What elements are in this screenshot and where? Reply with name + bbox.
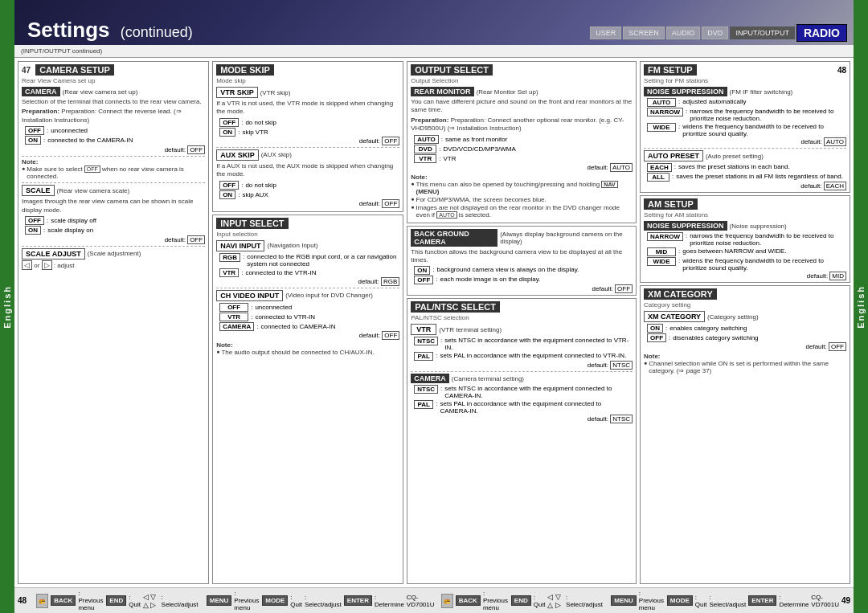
end-desc-right: : Quit bbox=[534, 594, 546, 608]
menu-desc-right: : Previous menu bbox=[639, 590, 665, 611]
left-english-bar: English bbox=[0, 0, 14, 613]
input-select-title: INPUT SELECT bbox=[216, 218, 288, 229]
back-btn-left[interactable]: BACK bbox=[51, 595, 76, 606]
select-desc-left: : Select/adjust bbox=[305, 594, 342, 608]
divider-1 bbox=[22, 156, 205, 157]
am-setup-section: AM SETUP Setting for AM stations NOISE S… bbox=[640, 195, 850, 283]
end-desc-left: : Quit bbox=[129, 594, 141, 608]
enter-desc-right: : Determine bbox=[779, 594, 809, 608]
main-content: 47 CAMERA SETUP Rear View Camera set up … bbox=[14, 58, 854, 587]
bg-camera-section: BACK GROUND CAMERA (Always display backg… bbox=[407, 226, 637, 296]
mode-desc-right: : Quit bbox=[695, 594, 707, 608]
am-setup-title: AM SETUP bbox=[644, 198, 698, 210]
tab-user[interactable]: USER bbox=[590, 27, 621, 39]
navi-input-label: NAVI INPUT bbox=[216, 240, 264, 251]
page-num-48: 48 bbox=[837, 66, 846, 75]
column-2: MODE SKIP Mode skip VTR SKIP (VTR skip) … bbox=[212, 61, 403, 584]
page-num-47: 47 bbox=[22, 66, 31, 75]
arrows-left: ◁ ▽ △ ▷ bbox=[143, 593, 159, 609]
rear-monitor-label: REAR MONITOR bbox=[411, 87, 473, 96]
scale-info: Images through the rear view camera can … bbox=[22, 198, 205, 215]
vtr-terminal-label: VTR bbox=[411, 324, 436, 335]
page-wrapper: English English Settings (continued) USE… bbox=[0, 0, 868, 613]
navi-input-desc: (Navigation Input) bbox=[267, 242, 317, 249]
ch-video-desc: (Video input for DVD Changer) bbox=[285, 292, 373, 299]
left-english-label: English bbox=[2, 285, 12, 329]
end-btn-right[interactable]: END bbox=[511, 595, 531, 606]
sub-header: (INPUT/OUTPUT continued) bbox=[14, 45, 854, 58]
bg-info: This function allows the background came… bbox=[411, 248, 633, 265]
column-1: 47 CAMERA SETUP Rear View Camera set up … bbox=[18, 61, 209, 584]
fm-setup-title: FM SETUP bbox=[644, 64, 697, 76]
menu-btn-right[interactable]: MENU bbox=[611, 595, 637, 606]
device-icon-right: 📻 bbox=[441, 594, 453, 608]
camera-label: CAMERA bbox=[22, 87, 60, 96]
page-num-bottom-right: 49 bbox=[841, 596, 850, 605]
model-left: CQ-VD7001U bbox=[407, 594, 435, 608]
arrows-desc-left: : Select/adjust bbox=[162, 594, 199, 608]
rear-monitor-info: You can have different picture and sound… bbox=[411, 98, 633, 115]
bottom-nav-left: 48 📻 BACK : Previous menu END : Quit ◁ ▽… bbox=[14, 590, 438, 611]
mode-btn-left[interactable]: MODE bbox=[262, 595, 288, 606]
rear-monitor-prep: Preparation: Preparation: Connect anothe… bbox=[411, 116, 633, 133]
model-right: CQ-VD7001U bbox=[811, 594, 839, 608]
bottom-nav-right: 📻 BACK : Previous menu END : Quit ◁ ▽ △ … bbox=[438, 590, 854, 611]
mode-divider bbox=[216, 147, 399, 148]
bg-camera-desc: (Always display background camera on the… bbox=[500, 231, 633, 245]
camera-item-desc: (Rear view camera set up) bbox=[63, 88, 138, 96]
aux-skip-info: If a AUX is not used, the AUX mode is sk… bbox=[216, 162, 399, 179]
camera-item-row: CAMERA (Rear view camera set up) bbox=[22, 87, 205, 96]
column-3: OUTPUT SELECT Output Selection REAR MONI… bbox=[407, 61, 637, 584]
tab-input-output[interactable]: INPUT/OUTPUT bbox=[730, 27, 795, 39]
column-4: FM SETUP 48 Setting for FM stations NOIS… bbox=[640, 61, 850, 584]
bottom-nav: 48 📻 BACK : Previous menu END : Quit ◁ ▽… bbox=[14, 587, 854, 613]
fm-divider bbox=[644, 148, 846, 149]
divider-3 bbox=[22, 246, 205, 247]
back-btn-right[interactable]: BACK bbox=[456, 595, 481, 606]
arrows-desc-right: : Select/adjust bbox=[566, 594, 603, 608]
xm-cat-label: XM CATEGORY bbox=[644, 311, 705, 322]
back-desc-left: : Previous menu bbox=[78, 590, 104, 611]
tab-dvd[interactable]: DVD bbox=[702, 27, 728, 39]
mode-skip-desc: Mode skip bbox=[216, 77, 399, 84]
output-select-title: OUTPUT SELECT bbox=[411, 64, 493, 76]
noise-supp-am-label: NOISE SUPPRESSION bbox=[644, 221, 727, 231]
aux-skip-desc: (AUX skip) bbox=[261, 151, 292, 158]
page-subtitle: (continued) bbox=[121, 24, 193, 40]
camera-setup-title: CAMERA SETUP bbox=[35, 64, 114, 76]
camera-terminal-desc: (Camera terminal setting) bbox=[452, 375, 524, 382]
end-btn-left[interactable]: END bbox=[106, 595, 126, 606]
tab-radio[interactable]: RADIO bbox=[796, 24, 847, 42]
divider-2 bbox=[22, 182, 205, 183]
scale-default: default: OFF bbox=[22, 236, 205, 243]
rear-monitor-desc: (Rear Monitor Set up) bbox=[477, 88, 538, 96]
scale-desc: (Rear view camera scale) bbox=[57, 187, 130, 194]
camera-selection-desc: Selection of the terminal that connects … bbox=[22, 98, 205, 106]
menu-btn-left[interactable]: MENU bbox=[207, 595, 232, 606]
enter-btn-right[interactable]: ENTER bbox=[748, 595, 776, 606]
xm-category-section: XM CATEGORY Category setting XM CATEGORY… bbox=[640, 285, 850, 584]
xm-cat-desc: (Category setting) bbox=[707, 313, 759, 321]
auto-preset-desc: (Auto preset setting) bbox=[706, 153, 764, 160]
camera-default: default: OFF bbox=[22, 146, 205, 153]
bg-camera-label: BACK GROUND CAMERA bbox=[411, 229, 497, 247]
noise-supp-fm-label: NOISE SUPPRESSION bbox=[644, 87, 727, 96]
vtr-divider bbox=[411, 371, 633, 372]
camera-terminal-label: CAMERA bbox=[411, 374, 449, 383]
tab-audio[interactable]: AUDIO bbox=[666, 27, 701, 39]
xm-category-desc: Category setting bbox=[644, 301, 846, 309]
fm-setup-desc: Setting for FM stations bbox=[644, 77, 846, 84]
tab-bar-right: USER SCREEN AUDIO DVD INPUT/OUTPUT RADIO bbox=[590, 24, 847, 42]
scale-adjust-label: SCALE ADJUST bbox=[22, 248, 85, 260]
mode-btn-right[interactable]: MODE bbox=[667, 595, 693, 606]
navi-divider bbox=[216, 288, 399, 288]
enter-btn-left[interactable]: ENTER bbox=[344, 595, 372, 606]
vtr-skip-label: VTR SKIP bbox=[216, 87, 258, 98]
back-desc-right: : Previous menu bbox=[483, 590, 509, 611]
mode-skip-section: MODE SKIP Mode skip VTR SKIP (VTR skip) … bbox=[212, 61, 403, 212]
vtr-terminal-desc: (VTR terminal setting) bbox=[439, 326, 502, 333]
noise-supp-fm-desc: (FM IF filter switching) bbox=[730, 88, 793, 96]
input-select-section: INPUT SELECT Input selection NAVI INPUT … bbox=[212, 215, 403, 584]
tab-screen[interactable]: SCREEN bbox=[623, 27, 665, 39]
xm-note: Note: ● Channel selection while ON is se… bbox=[644, 353, 846, 374]
